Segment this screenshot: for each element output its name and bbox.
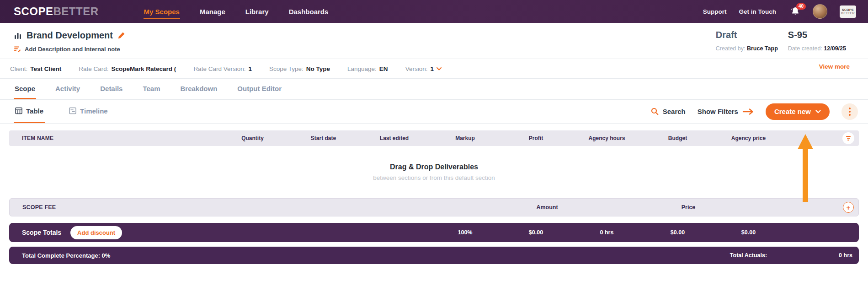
totals-budget: $0.00 xyxy=(642,229,713,236)
get-in-touch-link[interactable]: Get in Touch xyxy=(739,8,777,15)
table-grid-icon xyxy=(15,107,22,114)
scope-table: ITEM NAME Quantity Start date Last edite… xyxy=(0,124,868,198)
date-created-line: Date created: 12/09/25 xyxy=(788,45,846,52)
logo-scope-text: SCOPE xyxy=(14,5,53,17)
tab-activity[interactable]: Activity xyxy=(54,79,81,99)
view-toolbar: Table Timeline Search Show Filters xyxy=(0,100,868,124)
more-options-button[interactable] xyxy=(841,103,858,120)
meta-version-dropdown[interactable]: Version: 1 xyxy=(405,65,442,72)
empty-state-title: Drag & Drop Deliverables xyxy=(390,163,478,171)
bar-chart-icon xyxy=(14,32,22,40)
notifications-button[interactable]: 40 xyxy=(790,6,800,16)
timeline-icon xyxy=(69,107,76,114)
total-complete-row: Total Complete Percentage: 0% Total Actu… xyxy=(9,247,859,264)
add-discount-button[interactable]: Add discount xyxy=(70,226,122,239)
tab-details[interactable]: Details xyxy=(99,79,123,99)
arrow-right-icon xyxy=(742,108,754,115)
support-link[interactable]: Support xyxy=(703,8,727,15)
scope-totals-label: Scope Totals xyxy=(22,229,61,236)
chevron-down-icon xyxy=(437,67,442,70)
scope-status-block: Draft Created by: Bruce Tapp S-95 Date c… xyxy=(716,30,846,52)
view-more-link[interactable]: View more xyxy=(819,63,850,70)
col-profit: Profit xyxy=(501,135,571,141)
created-by-line: Created by: Bruce Tapp xyxy=(716,45,778,52)
show-filters-label: Show Filters xyxy=(698,108,738,115)
search-label: Search xyxy=(663,108,686,115)
scope-number: S-95 xyxy=(788,30,846,40)
chevron-down-icon xyxy=(815,110,821,113)
col-agency-price: Agency price xyxy=(713,135,784,141)
tab-output-editor[interactable]: Output Editor xyxy=(236,79,282,99)
totals-agency-price: $0.00 xyxy=(713,229,784,236)
scope-totals-row: Scope Totals Add discount 100% $0.00 0 h… xyxy=(9,223,859,242)
total-actuals-label: Total Actuals: xyxy=(713,252,784,259)
column-filter-button[interactable] xyxy=(842,132,854,144)
col-start-date: Start date xyxy=(288,135,359,141)
nav-item-library[interactable]: Library xyxy=(245,4,269,19)
org-logo-badge[interactable]: SCOPE BETTER xyxy=(840,5,856,18)
nav-item-manage[interactable]: Manage xyxy=(199,4,226,19)
drag-drop-zone[interactable]: Drag & Drop Deliverables between section… xyxy=(9,146,859,198)
filter-icon xyxy=(846,136,851,137)
search-icon xyxy=(651,108,659,115)
add-description-label: Add Description and Internal note xyxy=(25,46,120,53)
notification-count-badge: 40 xyxy=(796,3,806,10)
fee-amount-header: Amount xyxy=(536,204,558,211)
note-lines-pencil-icon xyxy=(14,45,21,53)
totals-agency-hours: 0 hrs xyxy=(571,229,642,236)
col-agency-hours: Agency hours xyxy=(571,135,642,141)
tab-breakdown[interactable]: Breakdown xyxy=(179,79,218,99)
totals-profit: $0.00 xyxy=(501,229,571,236)
total-actuals-value: 0 hrs xyxy=(839,252,852,259)
fee-price-header: Price xyxy=(682,204,696,211)
tab-scope[interactable]: Scope xyxy=(14,79,36,99)
scope-tabs: Scope Activity Details Team Breakdown Ou… xyxy=(0,79,868,100)
table-header-row: ITEM NAME Quantity Start date Last edite… xyxy=(9,130,859,146)
search-button[interactable]: Search xyxy=(651,108,686,115)
empty-state-subtitle: between sections or from this default se… xyxy=(373,174,495,181)
edit-title-pencil-icon[interactable] xyxy=(117,32,125,39)
meta-rate-card-version: Rate Card Version: 1 xyxy=(193,65,252,72)
add-fee-button[interactable]: + xyxy=(843,202,854,213)
navbar-right: Support Get in Touch 40 SCOPE BETTER xyxy=(703,4,856,19)
primary-nav: My Scopes Manage Library Dashboards xyxy=(144,4,329,19)
create-new-button[interactable]: Create new xyxy=(766,103,830,120)
meta-client: Client: Test Client xyxy=(10,65,61,72)
meta-rate-card: Rate Card: ScopeMark Ratecard ( xyxy=(79,65,176,72)
org-logo-line1: SCOPE xyxy=(842,8,854,11)
col-budget: Budget xyxy=(642,135,713,141)
page-title: Brand Development xyxy=(27,30,113,41)
scope-meta-row: Client: Test Client Rate Card: ScopeMark… xyxy=(0,59,868,79)
col-quantity: Quantity xyxy=(217,135,288,141)
kebab-icon xyxy=(849,108,851,109)
nav-item-my-scopes[interactable]: My Scopes xyxy=(144,4,180,19)
create-new-label: Create new xyxy=(774,108,811,115)
nav-item-dashboards[interactable]: Dashboards xyxy=(288,4,329,19)
logo-better-text: BETTER xyxy=(53,5,99,17)
col-item-name: ITEM NAME xyxy=(9,135,217,141)
view-tab-timeline[interactable]: Timeline xyxy=(68,100,109,123)
col-last-edited: Last edited xyxy=(359,135,430,141)
scope-fee-row: SCOPE FEE Amount Price + xyxy=(9,198,859,216)
top-navbar: SCOPEBETTER My Scopes Manage Library Das… xyxy=(0,0,868,23)
meta-scope-type: Scope Type: No Type xyxy=(269,65,330,72)
timeline-view-label: Timeline xyxy=(80,107,108,115)
app-logo[interactable]: SCOPEBETTER xyxy=(14,5,99,18)
scope-header: Brand Development Add Description and In… xyxy=(0,23,868,59)
view-tab-table[interactable]: Table xyxy=(14,100,45,123)
totals-markup: 100% xyxy=(430,229,501,236)
tab-team[interactable]: Team xyxy=(142,79,161,99)
col-markup: Markup xyxy=(430,135,501,141)
scope-fee-label: SCOPE FEE xyxy=(10,204,56,211)
org-logo-line2: BETTER xyxy=(841,11,855,15)
meta-language: Language: EN xyxy=(347,65,388,72)
table-view-label: Table xyxy=(26,107,43,115)
user-avatar[interactable] xyxy=(813,4,827,19)
show-filters-button[interactable]: Show Filters xyxy=(698,108,754,115)
status-badge: Draft xyxy=(716,30,778,40)
